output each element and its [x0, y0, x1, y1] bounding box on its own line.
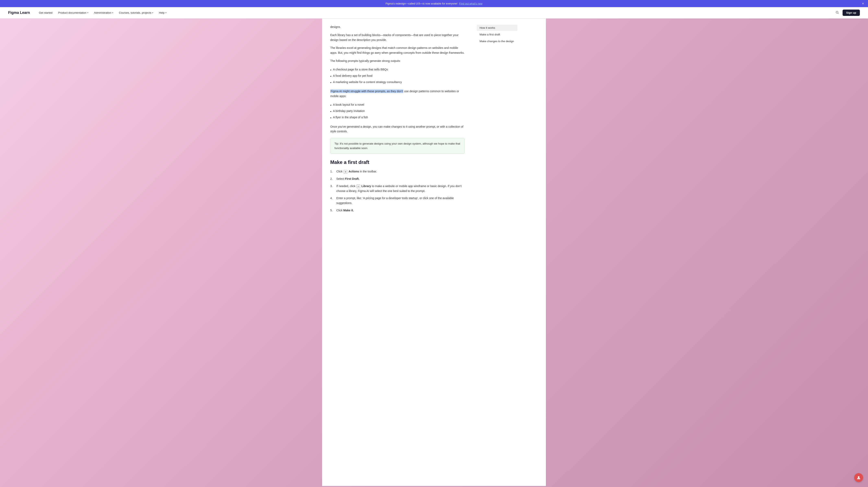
steps-list: 1. Click ⊞ Actions in the toolbar. 2. Se… — [330, 169, 465, 213]
content-area: designs. Each library has a set of build… — [330, 23, 465, 482]
intro-para: designs. — [330, 25, 465, 30]
library-icon: ⊟ — [356, 184, 360, 188]
nav-item-help[interactable]: Help ▾ — [156, 9, 169, 16]
svg-line-1 — [838, 13, 838, 13]
chevron-down-icon: ▾ — [152, 11, 153, 14]
chevron-down-icon: ▾ — [165, 11, 166, 14]
list-item: A birthday party invitation — [330, 108, 465, 115]
highlighted-text: Figma AI might struggle with these promp… — [330, 89, 403, 93]
actions-icon: ⊞ — [344, 170, 347, 174]
chevron-down-icon: ▾ — [112, 11, 113, 14]
sidebar-item-first-draft[interactable]: Make a first draft — [477, 31, 518, 38]
list-item: A marketing website for a content strate… — [330, 79, 465, 86]
step-3-bold: Library — [361, 184, 371, 188]
list-item: A food delivery app for pet food — [330, 73, 465, 79]
sidebar: How it works Make a first draft Make cha… — [477, 23, 518, 482]
para-libraries: Each library has a set of building block… — [330, 33, 465, 42]
step-5-bold: Make it. — [343, 209, 353, 212]
section-heading-first-draft: Make a first draft — [330, 160, 465, 165]
nav-item-administration[interactable]: Administration ▾ — [92, 9, 116, 16]
main-container: designs. Each library has a set of build… — [322, 19, 546, 486]
announcement-banner: Figma's redesign—called UI3—is now avail… — [0, 0, 868, 7]
nav-item-product-docs[interactable]: Product documentation ▾ — [56, 9, 91, 16]
banner-link[interactable]: Find out what's new — [459, 2, 483, 5]
nav-actions: Sign up — [834, 9, 860, 16]
banner-message: Figma's redesign—called UI3—is now avail… — [385, 2, 458, 5]
step-4: 4. Enter a prompt, like: 'A pricing page… — [330, 196, 465, 206]
step-5: 5. Click Make it. — [330, 208, 465, 213]
para-struggle: Figma AI might struggle with these promp… — [330, 89, 465, 99]
navbar: Figma Learn Get started Product document… — [0, 7, 868, 19]
list-item: A flyer in the shape of a fish — [330, 115, 465, 121]
nav-item-courses[interactable]: Courses, tutorials, projects ▾ — [116, 9, 156, 16]
para-changes: Once you've generated a design, you can … — [330, 124, 465, 134]
weak-outputs-list: A book layout for a novel A birthday par… — [330, 102, 465, 121]
tip-box: Tip: It's not possible to generate desig… — [330, 138, 465, 154]
nav-logo[interactable]: Figma Learn — [8, 10, 30, 15]
strong-outputs-list: A checkout page for a store that sells B… — [330, 67, 465, 86]
svg-point-2 — [858, 476, 860, 478]
step-2-bold: First Draft. — [345, 177, 360, 180]
search-button[interactable] — [834, 9, 840, 16]
nav-item-get-started[interactable]: Get started — [36, 9, 55, 16]
sidebar-item-make-changes[interactable]: Make changes to the design — [477, 38, 518, 45]
step-3: 3. If needed, click ⊟ Library to make a … — [330, 184, 465, 194]
step-1-bold: Actions — [348, 170, 359, 173]
chevron-down-icon: ▾ — [87, 11, 88, 14]
para-excel: The libraries excel at generating design… — [330, 46, 465, 55]
list-item: A checkout page for a store that sells B… — [330, 67, 465, 73]
signup-button[interactable]: Sign up — [843, 9, 860, 16]
sidebar-item-how-it-works[interactable]: How it works — [477, 25, 518, 31]
step-1: 1. Click ⊞ Actions in the toolbar. — [330, 169, 465, 174]
list-item: A book layout for a novel — [330, 102, 465, 108]
user-avatar-button[interactable] — [854, 473, 863, 482]
nav-items: Get started Product documentation ▾ Admi… — [36, 9, 834, 16]
para-strong-prompts: The following prompts typically generate… — [330, 59, 465, 63]
step-2: 2. Select First Draft. — [330, 176, 465, 181]
banner-close-button[interactable]: × — [862, 2, 864, 5]
